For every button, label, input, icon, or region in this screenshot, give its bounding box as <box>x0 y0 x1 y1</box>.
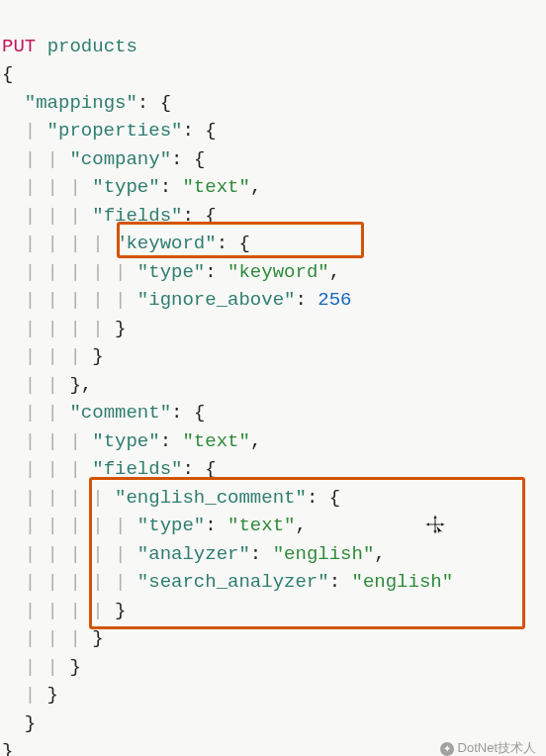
key-properties: properties <box>58 120 171 142</box>
key-type: type <box>104 176 149 198</box>
key-keyword: keyword <box>126 233 205 254</box>
key-fields: fields <box>104 205 171 227</box>
val-english: english <box>284 543 363 565</box>
watermark: ✦DotNet技术人 <box>440 738 536 756</box>
val-ignore-above: 256 <box>318 289 351 311</box>
key-comment: comment <box>81 402 160 424</box>
key-ignore-above: ignore_above <box>148 289 284 311</box>
code-block: PUT products { "mappings": { | "properti… <box>0 0 546 756</box>
http-method: PUT <box>2 36 36 57</box>
key-mappings: mappings <box>36 92 126 114</box>
key-company: company <box>81 148 160 170</box>
key-type3: type <box>104 430 149 452</box>
key-type2: type <box>148 261 194 283</box>
key-english-comment: english_comment <box>126 487 295 509</box>
val-text3: text <box>238 515 284 536</box>
key-analyzer: analyzer <box>148 543 238 565</box>
http-path: products <box>47 36 137 57</box>
wechat-icon: ✦ <box>440 742 454 756</box>
val-keyword: keyword <box>238 261 318 283</box>
watermark-text: DotNet技术人 <box>458 740 536 755</box>
key-search-analyzer: search_analyzer <box>148 571 318 593</box>
val-english2: english <box>363 571 442 593</box>
val-text: text <box>194 176 239 198</box>
val-text2: text <box>194 430 239 452</box>
key-fields2: fields <box>104 458 171 480</box>
key-type4: type <box>148 515 194 536</box>
